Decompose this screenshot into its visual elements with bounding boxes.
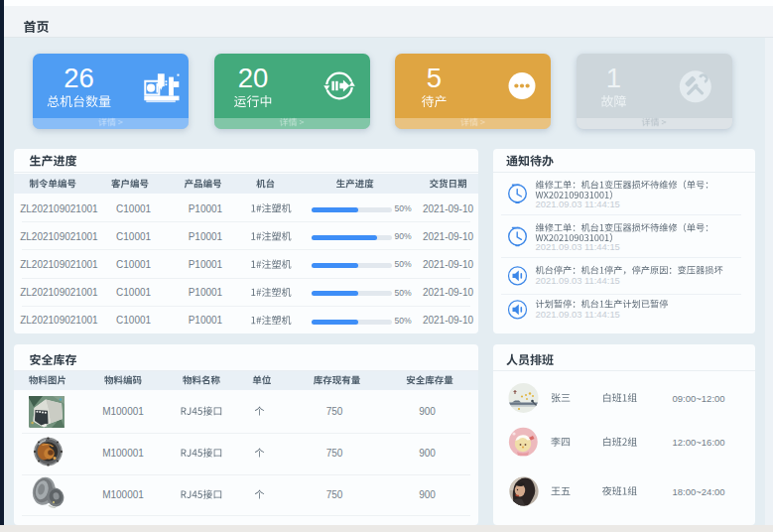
svg-text:2021.09.03 11:44:15: 2021.09.03 11:44:15 [536, 241, 620, 252]
svg-text:900: 900 [419, 406, 436, 417]
svg-text:12:00~16:00: 12:00~16:00 [673, 437, 725, 448]
svg-text:2021-09-10: 2021-09-10 [423, 203, 474, 214]
svg-text:2021.09.03 11:44:15: 2021.09.03 11:44:15 [536, 309, 620, 320]
svg-text:50%: 50% [395, 203, 413, 213]
svg-text:750: 750 [326, 489, 343, 500]
svg-text:2021-09-10: 2021-09-10 [423, 287, 474, 298]
svg-text:C10001: C10001 [116, 203, 151, 214]
svg-text:ZL202109021001: ZL202109021001 [20, 259, 98, 270]
svg-text:750: 750 [326, 406, 343, 417]
svg-text:1: 1 [606, 63, 621, 93]
svg-text:C10001: C10001 [116, 315, 151, 326]
svg-text:09:00~12:00: 09:00~12:00 [673, 393, 725, 404]
svg-text:C10001: C10001 [116, 287, 151, 298]
svg-text:P10001: P10001 [189, 231, 223, 242]
svg-text:C10001: C10001 [116, 259, 151, 270]
svg-text:P10001: P10001 [189, 287, 223, 298]
svg-text:90%: 90% [395, 231, 413, 241]
svg-text:900: 900 [419, 489, 436, 500]
svg-text:P10001: P10001 [189, 203, 223, 214]
svg-text:750: 750 [326, 448, 343, 459]
svg-text:P10001: P10001 [189, 315, 223, 326]
svg-text:50%: 50% [395, 316, 413, 326]
svg-text:M100001: M100001 [102, 448, 144, 459]
svg-text:2021-09-10: 2021-09-10 [423, 315, 474, 326]
svg-text:20: 20 [238, 63, 269, 93]
svg-text:M100001: M100001 [102, 406, 144, 417]
svg-text:18:00~24:00: 18:00~24:00 [673, 486, 725, 497]
svg-text:50%: 50% [395, 259, 413, 269]
svg-text:ZL202109021001: ZL202109021001 [20, 231, 98, 242]
svg-text:5: 5 [427, 63, 442, 93]
svg-text:2021-09-10: 2021-09-10 [423, 231, 474, 242]
svg-text:ZL202109021001: ZL202109021001 [20, 287, 98, 298]
svg-text:M100001: M100001 [102, 489, 144, 500]
svg-text:900: 900 [419, 448, 436, 459]
svg-text:2021.09.03 11:44:15: 2021.09.03 11:44:15 [536, 275, 620, 286]
svg-text:26: 26 [64, 63, 94, 93]
svg-text:50%: 50% [395, 288, 413, 298]
svg-text:ZL202109021001: ZL202109021001 [20, 203, 98, 214]
svg-text:ZL202109021001: ZL202109021001 [20, 315, 98, 326]
svg-text:2021.09.03 11:44:15: 2021.09.03 11:44:15 [536, 199, 620, 209]
svg-text:C10001: C10001 [116, 231, 151, 242]
svg-text:P10001: P10001 [189, 259, 223, 270]
svg-text:2021-09-10: 2021-09-10 [423, 259, 474, 270]
